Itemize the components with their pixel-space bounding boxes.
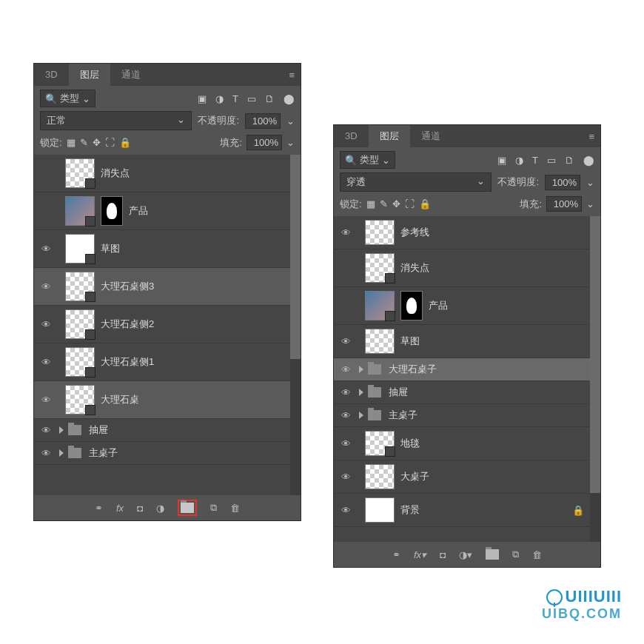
- panel-menu-icon[interactable]: ≡: [588, 131, 594, 142]
- visibility-icon[interactable]: 👁: [36, 448, 56, 459]
- layer-name[interactable]: 消失点: [400, 261, 429, 275]
- layer-name[interactable]: 抽屉: [89, 423, 108, 437]
- adjust-filter-icon[interactable]: ◑: [215, 93, 224, 104]
- layer-group-row[interactable]: 👁 抽屉: [34, 419, 301, 442]
- fill-value[interactable]: 100%: [246, 135, 282, 150]
- type-filter-icon[interactable]: T: [232, 93, 238, 104]
- layer-thumb[interactable]: [365, 253, 395, 283]
- new-group-icon[interactable]: [486, 549, 499, 560]
- chevron-down-icon[interactable]: ⌄: [286, 137, 295, 148]
- chevron-down-icon[interactable]: ⌄: [286, 115, 295, 127]
- expand-icon[interactable]: [59, 449, 64, 457]
- layer-row[interactable]: 👁 背景 🔒: [334, 494, 600, 527]
- layer-row[interactable]: 👁 草图: [334, 325, 600, 358]
- layer-row[interactable]: 👁 参考线: [334, 216, 600, 249]
- new-group-button-highlighted[interactable]: [178, 500, 197, 516]
- visibility-icon[interactable]: 👁: [36, 395, 56, 406]
- scrollbar[interactable]: [590, 216, 600, 542]
- visibility-icon[interactable]: 👁: [36, 319, 56, 330]
- visibility-icon[interactable]: 👁: [335, 336, 356, 347]
- layer-name[interactable]: 大理石桌子: [389, 363, 437, 376]
- expand-icon[interactable]: [59, 426, 64, 434]
- visibility-icon[interactable]: 👁: [335, 438, 356, 449]
- visibility-icon[interactable]: 👁: [335, 227, 356, 238]
- layer-row[interactable]: 产品: [34, 192, 301, 230]
- lock-artboard-icon[interactable]: ⛶: [405, 198, 415, 209]
- pixel-filter-icon[interactable]: ▣: [497, 155, 506, 166]
- lock-transparent-icon[interactable]: ▦: [366, 198, 375, 209]
- visibility-icon[interactable]: 👁: [36, 281, 56, 292]
- lock-brush-icon[interactable]: ✎: [380, 198, 388, 209]
- adjustment-icon[interactable]: ◑: [156, 503, 164, 514]
- filter-toggle-icon[interactable]: ⬤: [284, 93, 295, 104]
- layer-name[interactable]: 草图: [101, 242, 120, 255]
- shape-filter-icon[interactable]: ▭: [547, 155, 556, 166]
- fx-icon[interactable]: fx: [116, 503, 124, 514]
- filter-toggle-icon[interactable]: ⬤: [583, 155, 594, 166]
- layer-thumb[interactable]: [65, 385, 95, 415]
- layer-name[interactable]: 地毯: [400, 437, 420, 450]
- expand-icon[interactable]: [359, 412, 363, 419]
- tab-3d[interactable]: 3D: [334, 125, 369, 147]
- new-layer-icon[interactable]: ⧉: [512, 549, 519, 560]
- layer-thumb[interactable]: [365, 220, 395, 245]
- visibility-icon[interactable]: 👁: [335, 364, 356, 375]
- lock-artboard-icon[interactable]: ⛶: [105, 137, 115, 148]
- layer-thumb[interactable]: [65, 347, 95, 377]
- layer-thumb[interactable]: [365, 329, 395, 354]
- tab-channels[interactable]: 通道: [110, 64, 152, 86]
- blend-mode-select[interactable]: 穿透 ⌄: [340, 172, 492, 192]
- blend-mode-select[interactable]: 正常 ⌄: [40, 111, 192, 130]
- layer-thumb[interactable]: [365, 497, 395, 523]
- expand-icon[interactable]: [359, 389, 363, 396]
- layer-row[interactable]: 产品: [334, 287, 600, 325]
- chevron-down-icon[interactable]: ⌄: [586, 177, 594, 188]
- visibility-icon[interactable]: 👁: [335, 472, 356, 483]
- mask-icon[interactable]: ◘: [137, 503, 143, 514]
- fill-value[interactable]: 100%: [546, 196, 582, 212]
- link-layers-icon[interactable]: ⚭: [95, 503, 103, 514]
- layer-row[interactable]: 👁 大理石桌侧2: [34, 306, 301, 343]
- layer-name[interactable]: 背景: [400, 503, 420, 517]
- trash-icon[interactable]: 🗑: [532, 549, 542, 560]
- smart-filter-icon[interactable]: 🗋: [265, 93, 275, 104]
- layer-group-row[interactable]: 👁 主桌子: [334, 404, 600, 427]
- layer-name[interactable]: 抽屉: [389, 386, 408, 399]
- layer-thumb[interactable]: [365, 464, 395, 489]
- lock-all-icon[interactable]: 🔒: [119, 137, 131, 148]
- visibility-icon[interactable]: 👁: [335, 387, 356, 398]
- visibility-icon[interactable]: 👁: [36, 425, 56, 436]
- layer-group-row[interactable]: 👁 主桌子: [34, 442, 301, 465]
- layer-name[interactable]: 主桌子: [389, 409, 417, 422]
- tab-layers[interactable]: 图层: [69, 64, 110, 86]
- layer-name[interactable]: 大理石桌: [101, 393, 139, 406]
- layer-name[interactable]: 主桌子: [89, 446, 118, 460]
- layer-name[interactable]: 大理石桌侧3: [101, 280, 154, 293]
- layer-row[interactable]: 👁 大理石桌: [34, 381, 301, 419]
- visibility-icon[interactable]: 👁: [335, 505, 356, 516]
- visibility-icon[interactable]: 👁: [36, 244, 56, 255]
- opacity-value[interactable]: 100%: [245, 113, 281, 129]
- lock-all-icon[interactable]: 🔒: [419, 198, 431, 209]
- scrollbar[interactable]: [290, 155, 301, 495]
- visibility-icon[interactable]: 👁: [335, 410, 356, 421]
- layer-name[interactable]: 大桌子: [400, 470, 429, 483]
- layer-group-row[interactable]: 👁 大理石桌子: [334, 358, 600, 381]
- lock-move-icon[interactable]: ✥: [93, 137, 101, 148]
- layer-name[interactable]: 产品: [429, 299, 448, 312]
- fx-icon[interactable]: fx▾: [414, 549, 426, 560]
- layer-thumb[interactable]: [365, 431, 395, 456]
- layer-row[interactable]: 👁 大理石桌侧3: [34, 268, 301, 306]
- layer-thumb[interactable]: [365, 291, 395, 321]
- layer-mask[interactable]: [400, 291, 423, 321]
- filter-type-select[interactable]: 🔍 类型 ⌄: [40, 90, 95, 107]
- layer-name[interactable]: 大理石桌侧1: [101, 355, 154, 369]
- tab-channels[interactable]: 通道: [410, 125, 452, 147]
- link-layers-icon[interactable]: ⚭: [392, 549, 400, 560]
- type-filter-icon[interactable]: T: [532, 155, 538, 166]
- layer-row[interactable]: 👁 地毯: [334, 427, 600, 460]
- mask-icon[interactable]: ◘: [440, 549, 446, 560]
- layer-thumb[interactable]: [65, 234, 95, 264]
- visibility-icon[interactable]: 👁: [36, 357, 56, 368]
- tab-3d[interactable]: 3D: [34, 64, 69, 86]
